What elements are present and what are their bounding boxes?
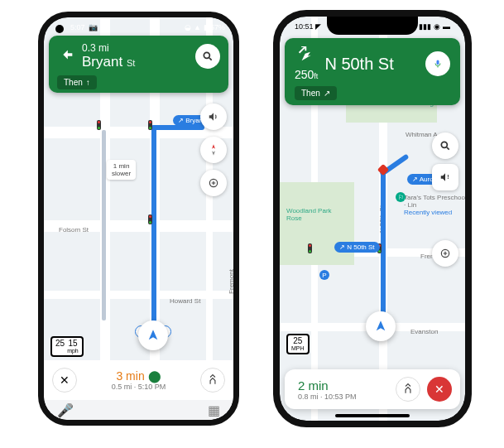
turn-slight-right-icon [295, 46, 318, 68]
svg-rect-2 [437, 60, 439, 65]
android-phone: 5:07 📷 ◒ ▲ ▮ 57% 0.3 mi Bryant St [38, 12, 239, 426]
label-folsom: Folsom St [59, 226, 89, 234]
label-howard: Howard St [170, 297, 200, 305]
android-screen: 5:07 📷 ◒ ▲ ▮ 57% 0.3 mi Bryant St [44, 17, 233, 420]
svg-text:!: ! [447, 174, 449, 180]
report-button[interactable] [432, 240, 458, 267]
report-button[interactable] [200, 170, 227, 196]
battery-pct: 57% [210, 23, 225, 31]
turn-left-icon [57, 46, 75, 67]
eta-sub: 0.8 mi · 10:53 PM [298, 393, 389, 401]
label-fremont: Fremont St [228, 269, 233, 294]
arrow-up-icon: ↑ [86, 78, 90, 87]
status-time: 5:07 [70, 23, 85, 31]
audio-alert-button[interactable]: ! [432, 164, 458, 190]
bottom-info-bar[interactable]: ✕ 3 min ⬤ 0.5 mi · 5:10 PM [44, 360, 233, 400]
iphone-screen: 10:51 ◤ ▮▮▮ ◉ ▬ 250ft N 50th St [280, 17, 465, 421]
label-woodland: Woodland Park Rose [286, 207, 336, 222]
signal-icon: ▮▮▮ [419, 22, 431, 31]
home-indicator[interactable] [335, 414, 410, 417]
current-location [138, 320, 168, 350]
iphone: 10:51 ◤ ▮▮▮ ◉ ▬ 250ft N 50th St [273, 10, 472, 427]
compass-button[interactable] [200, 137, 227, 163]
wifi-icon: ◒ [185, 23, 191, 31]
label-evanston: Evanston [410, 328, 438, 335]
eta: 2 min [298, 378, 389, 393]
direction-distance: 250ft [295, 68, 318, 81]
label-n50: ↗ N 50th St [334, 242, 380, 253]
then-step[interactable]: Then ↑ [57, 75, 97, 89]
voice-button[interactable] [425, 51, 450, 76]
camera-hole [55, 25, 64, 33]
svg-point-3 [441, 142, 447, 147]
search-button[interactable] [195, 44, 220, 69]
parking-icon: P [319, 270, 329, 280]
direction-distance: 0.3 mi [82, 42, 189, 54]
search-button[interactable] [432, 132, 458, 159]
direction-card[interactable]: 0.3 mi Bryant St Then ↑ [49, 36, 228, 93]
speed-indicator: 25MPH [286, 334, 310, 354]
alt-routes-button[interactable] [200, 368, 225, 393]
android-statusbar: 5:07 📷 ◒ ▲ ▮ 57% [44, 17, 233, 37]
battery-icon: ▬ [443, 22, 450, 31]
status-time: 10:51 ◤ [295, 22, 321, 31]
slower-badge: 1 minslower [107, 160, 136, 180]
close-button[interactable]: ✕ [427, 377, 452, 402]
bottom-info-bar[interactable]: 2 min 0.8 mi · 10:53 PM ✕ [285, 369, 460, 409]
eta: 3 min [116, 369, 144, 383]
wifi-icon: ◉ [434, 22, 440, 31]
direction-card[interactable]: 250ft N 50th St Then ↗ [285, 38, 460, 105]
eta-sub: 0.5 mi · 5:10 PM [84, 383, 194, 391]
apps-icon[interactable]: ▦ [208, 402, 220, 418]
battery-icon: ▮ [204, 23, 208, 31]
notch [327, 17, 418, 35]
arrow-slight-right-icon: ↗ [324, 89, 330, 98]
alt-routes-button[interactable] [396, 377, 420, 402]
then-step[interactable]: Then ↗ [295, 86, 337, 100]
label-whitman: Whitman A [406, 131, 438, 138]
speed-indicator: 25 15mph [50, 336, 84, 357]
label-taras: Tara's Tots Preschool · LinRecently view… [404, 194, 465, 216]
android-navbar: 🎤 ▦ [44, 400, 233, 420]
mic-icon[interactable]: 🎤 [57, 402, 74, 418]
close-button[interactable]: ✕ [52, 368, 77, 393]
poi-icon: ⚐ [396, 192, 406, 202]
direction-street: Bryant St [82, 54, 189, 70]
direction-street: N 50th St [324, 55, 419, 74]
audio-button[interactable] [200, 104, 227, 130]
signal-icon: ▲ [194, 23, 201, 31]
svg-point-0 [204, 52, 209, 58]
current-location [366, 311, 396, 341]
